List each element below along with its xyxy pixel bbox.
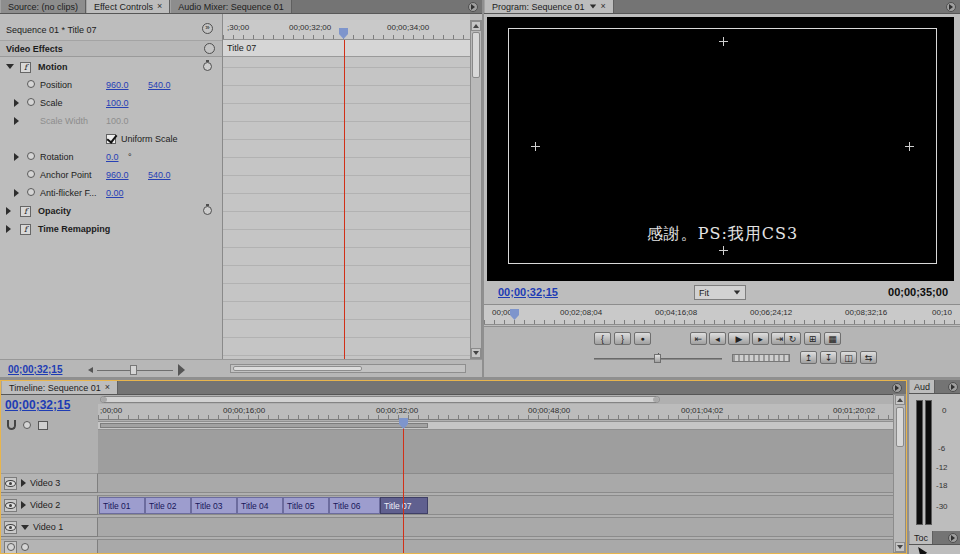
clip-title-06[interactable]: Title 06 (329, 497, 380, 514)
property-row-rotation[interactable]: Rotation 0.0 ° (0, 148, 222, 166)
clip-title-01[interactable]: Title 01 (99, 497, 145, 514)
handle-top-icon[interactable] (719, 37, 728, 46)
timeline-scrollbar[interactable] (893, 394, 906, 553)
goto-in-button[interactable]: ⇤ (690, 332, 707, 345)
tab-audio-meters[interactable]: Aud (909, 380, 935, 393)
set-marker-button[interactable]: ● (634, 332, 651, 345)
ec-hscrollbar[interactable] (230, 364, 466, 373)
timeline-ruler[interactable]: ;00;00 00;00;16;00 00;00;32;00 00;00;48;… (98, 404, 893, 420)
twirl-right-icon[interactable] (14, 117, 19, 125)
jog-disk[interactable] (732, 354, 790, 362)
tab-effect-controls[interactable]: Effect Controls × (86, 0, 170, 13)
ec-zoom-thumb[interactable] (130, 365, 137, 375)
twirl-right-icon[interactable] (14, 153, 19, 161)
effect-row-motion[interactable]: f Motion (0, 58, 222, 76)
tab-timeline[interactable]: Timeline: Sequence 01 × (1, 381, 118, 394)
handle-bottom-icon[interactable] (719, 246, 728, 255)
effect-row-opacity[interactable]: f Opacity (0, 202, 222, 220)
edit-workspace-icon[interactable] (38, 421, 48, 430)
track-lane-audio1[interactable] (98, 539, 893, 554)
ec-mini-ruler[interactable]: ;30;00 00;00;32;00 00;00;34;00 (223, 20, 470, 40)
export-frame-button[interactable]: ◫ (840, 351, 857, 364)
output-button[interactable]: ▦ (824, 332, 841, 345)
scroll-up-button[interactable] (471, 21, 481, 31)
twirl-right-icon[interactable] (21, 479, 26, 487)
property-row-scale-width[interactable]: Scale Width 100.0 (0, 112, 222, 130)
anti-flicker-value[interactable]: 0.00 (106, 188, 124, 198)
scale-value[interactable]: 100.0 (106, 98, 129, 108)
sequence-dropdown-icon[interactable] (589, 5, 595, 9)
zoom-in-icon[interactable] (178, 364, 185, 376)
effect-enabled-icon[interactable]: f (20, 224, 31, 235)
extract-button[interactable]: ↧ (820, 351, 837, 364)
track-header-audio1[interactable] (1, 539, 98, 554)
scroll-down-button[interactable] (895, 542, 905, 552)
tab-source[interactable]: Source: (no clips) (0, 0, 86, 13)
set-in-button[interactable]: { (594, 332, 611, 345)
shuttle-slider[interactable] (594, 352, 722, 364)
panel-menu-icon[interactable] (468, 2, 478, 12)
lift-button[interactable]: ↥ (800, 351, 817, 364)
toggle-track-output-button[interactable] (4, 499, 17, 512)
track-lane-video2[interactable]: Title 01 Title 02 Title 03 Title 04 Titl… (98, 495, 893, 515)
program-ruler[interactable]: 00;00 00;02;08;04 00;04;16;08 00;06;24;1… (484, 304, 960, 325)
handle-right-icon[interactable] (905, 142, 914, 151)
tab-audio-mixer[interactable]: Audio Mixer: Sequence 01 (170, 0, 292, 13)
uniform-scale-checkbox[interactable] (106, 134, 116, 144)
scroll-up-button[interactable] (895, 395, 905, 405)
loop-button[interactable]: ↻ (784, 332, 801, 345)
opacity-reset-icon[interactable] (203, 206, 212, 215)
twirl-right-icon[interactable] (6, 207, 11, 215)
close-icon[interactable]: × (157, 2, 162, 11)
program-current-timecode[interactable]: 00;00;32;15 (498, 286, 558, 298)
show-hide-timeline-button[interactable]: » (202, 23, 213, 34)
clip-title-05[interactable]: Title 05 (283, 497, 329, 514)
zoom-out-icon[interactable] (88, 367, 93, 373)
track-lane-video3[interactable] (98, 473, 893, 493)
panel-menu-icon[interactable] (948, 533, 958, 543)
toggle-animation-icon[interactable] (27, 80, 35, 88)
timeline-timecode[interactable]: 00;00;32;15 (5, 398, 70, 412)
motion-reset-icon[interactable] (203, 62, 212, 71)
effect-enabled-icon[interactable]: f (20, 62, 31, 73)
ec-hscroll-thumb[interactable] (233, 366, 362, 371)
clip-title-02[interactable]: Title 02 (145, 497, 191, 514)
position-y-value[interactable]: 540.0 (148, 80, 171, 90)
toggle-animation-icon[interactable] (27, 170, 35, 178)
program-playhead-marker[interactable] (510, 309, 519, 320)
twirl-right-icon[interactable] (14, 189, 19, 197)
twirl-down-icon[interactable] (6, 64, 14, 69)
selection-tool-icon[interactable] (915, 545, 927, 554)
work-area-bar[interactable] (98, 421, 893, 430)
panel-menu-icon[interactable] (946, 2, 956, 12)
twirl-right-icon[interactable] (14, 99, 19, 107)
ec-scrollbar[interactable] (470, 20, 482, 359)
panel-menu-icon[interactable] (948, 382, 958, 392)
ec-keyframe-area[interactable] (222, 14, 470, 359)
twirl-right-icon[interactable] (21, 501, 26, 509)
twirl-down-icon[interactable] (21, 525, 29, 530)
safe-margins-button[interactable]: ⊞ (804, 332, 821, 345)
rotation-value[interactable]: 0.0 (106, 152, 119, 162)
toggle-animation-icon[interactable] (27, 152, 35, 160)
anchor-x-value[interactable]: 960.0 (106, 170, 129, 180)
ec-playhead-line[interactable] (344, 40, 345, 359)
snap-toggle-icon[interactable] (7, 420, 16, 430)
property-row-anchor-point[interactable]: Anchor Point 960.0 540.0 (0, 166, 222, 184)
set-marker-icon[interactable] (23, 421, 31, 429)
step-back-button[interactable]: ◂ (709, 332, 726, 345)
toggle-animation-icon[interactable] (27, 98, 35, 106)
track-header-video3[interactable]: Video 3 (1, 473, 98, 493)
tab-program[interactable]: Program: Sequence 01 × (484, 0, 614, 13)
anchor-y-value[interactable]: 540.0 (148, 170, 171, 180)
viewing-area-handle-right[interactable] (653, 397, 659, 402)
toggle-track-output-button[interactable] (4, 521, 17, 534)
twirl-right-icon[interactable] (6, 225, 11, 233)
viewing-area-bar[interactable] (100, 396, 660, 403)
toggle-animation-icon[interactable] (27, 188, 35, 196)
step-forward-button[interactable]: ▸ (752, 332, 769, 345)
effect-enabled-icon[interactable]: f (20, 206, 31, 217)
ec-clip-bar[interactable]: Title 07 (223, 40, 470, 57)
property-row-uniform-scale[interactable]: Uniform Scale (0, 130, 222, 148)
clip-title-07-selected[interactable]: Title 07 (380, 497, 428, 514)
